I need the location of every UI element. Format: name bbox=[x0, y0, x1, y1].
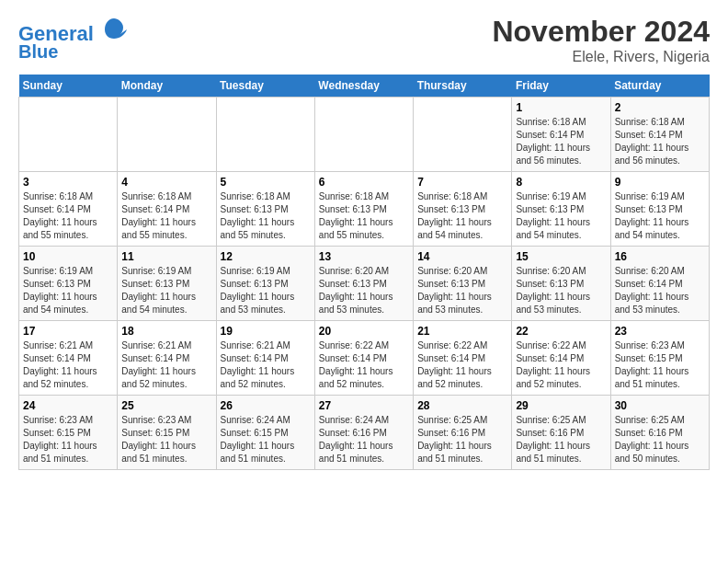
calendar-week-4: 17Sunrise: 6:21 AM Sunset: 6:14 PM Dayli… bbox=[19, 321, 710, 396]
day-info: Sunrise: 6:19 AM Sunset: 6:13 PM Dayligh… bbox=[23, 265, 113, 316]
day-info: Sunrise: 6:25 AM Sunset: 6:16 PM Dayligh… bbox=[615, 414, 705, 465]
day-info: Sunrise: 6:20 AM Sunset: 6:13 PM Dayligh… bbox=[516, 265, 606, 316]
calendar-table: SundayMondayTuesdayWednesdayThursdayFrid… bbox=[18, 75, 710, 470]
calendar-cell: 12Sunrise: 6:19 AM Sunset: 6:13 PM Dayli… bbox=[216, 247, 314, 321]
day-info: Sunrise: 6:19 AM Sunset: 6:13 PM Dayligh… bbox=[516, 190, 606, 242]
calendar-cell: 25Sunrise: 6:23 AM Sunset: 6:15 PM Dayli… bbox=[118, 396, 216, 470]
calendar-cell: 19Sunrise: 6:21 AM Sunset: 6:14 PM Dayli… bbox=[216, 321, 314, 396]
day-info: Sunrise: 6:18 AM Sunset: 6:13 PM Dayligh… bbox=[417, 190, 507, 242]
day-info: Sunrise: 6:20 AM Sunset: 6:13 PM Dayligh… bbox=[417, 265, 507, 316]
day-number: 19 bbox=[221, 325, 311, 338]
col-header-sunday: Sunday bbox=[19, 75, 118, 98]
main-title: November 2024 bbox=[492, 15, 710, 49]
day-number: 1 bbox=[516, 101, 606, 114]
day-info: Sunrise: 6:25 AM Sunset: 6:16 PM Dayligh… bbox=[417, 414, 507, 465]
calendar-cell: 3Sunrise: 6:18 AM Sunset: 6:14 PM Daylig… bbox=[19, 172, 118, 247]
col-header-thursday: Thursday bbox=[414, 75, 512, 98]
calendar-cell: 4Sunrise: 6:18 AM Sunset: 6:14 PM Daylig… bbox=[118, 172, 216, 247]
day-info: Sunrise: 6:23 AM Sunset: 6:15 PM Dayligh… bbox=[121, 414, 211, 465]
day-info: Sunrise: 6:18 AM Sunset: 6:14 PM Dayligh… bbox=[615, 116, 705, 167]
calendar-cell: 29Sunrise: 6:25 AM Sunset: 6:16 PM Dayli… bbox=[512, 396, 610, 470]
calendar-cell: 30Sunrise: 6:25 AM Sunset: 6:16 PM Dayli… bbox=[610, 396, 709, 470]
calendar-cell bbox=[414, 98, 512, 172]
day-number: 6 bbox=[319, 176, 409, 189]
col-header-tuesday: Tuesday bbox=[216, 75, 314, 98]
calendar-cell: 1Sunrise: 6:18 AM Sunset: 6:14 PM Daylig… bbox=[512, 98, 610, 172]
logo: General Blue bbox=[18, 15, 127, 62]
calendar-cell: 18Sunrise: 6:21 AM Sunset: 6:14 PM Dayli… bbox=[118, 321, 216, 396]
day-info: Sunrise: 6:19 AM Sunset: 6:13 PM Dayligh… bbox=[615, 190, 705, 242]
day-info: Sunrise: 6:18 AM Sunset: 6:13 PM Dayligh… bbox=[221, 190, 311, 242]
calendar-cell: 14Sunrise: 6:20 AM Sunset: 6:13 PM Dayli… bbox=[414, 247, 512, 321]
calendar-cell: 27Sunrise: 6:24 AM Sunset: 6:16 PM Dayli… bbox=[314, 396, 413, 470]
day-info: Sunrise: 6:18 AM Sunset: 6:14 PM Dayligh… bbox=[516, 116, 606, 167]
calendar-cell: 5Sunrise: 6:18 AM Sunset: 6:13 PM Daylig… bbox=[216, 172, 314, 247]
day-number: 22 bbox=[516, 325, 606, 338]
day-number: 25 bbox=[121, 399, 211, 412]
day-number: 9 bbox=[615, 176, 705, 189]
calendar-cell bbox=[118, 98, 216, 172]
day-info: Sunrise: 6:20 AM Sunset: 6:13 PM Dayligh… bbox=[319, 265, 409, 316]
calendar-header-row: SundayMondayTuesdayWednesdayThursdayFrid… bbox=[19, 75, 710, 98]
day-info: Sunrise: 6:21 AM Sunset: 6:14 PM Dayligh… bbox=[121, 339, 211, 391]
day-number: 30 bbox=[615, 399, 705, 412]
day-info: Sunrise: 6:20 AM Sunset: 6:14 PM Dayligh… bbox=[615, 265, 705, 316]
day-number: 3 bbox=[23, 176, 113, 189]
day-number: 4 bbox=[121, 176, 211, 189]
calendar-cell: 23Sunrise: 6:23 AM Sunset: 6:15 PM Dayli… bbox=[610, 321, 709, 396]
day-number: 7 bbox=[417, 176, 507, 189]
calendar-cell: 11Sunrise: 6:19 AM Sunset: 6:13 PM Dayli… bbox=[118, 247, 216, 321]
calendar-cell: 22Sunrise: 6:22 AM Sunset: 6:14 PM Dayli… bbox=[512, 321, 610, 396]
day-number: 24 bbox=[23, 399, 113, 412]
calendar-cell: 24Sunrise: 6:23 AM Sunset: 6:15 PM Dayli… bbox=[19, 396, 118, 470]
calendar-week-3: 10Sunrise: 6:19 AM Sunset: 6:13 PM Dayli… bbox=[19, 247, 710, 321]
day-info: Sunrise: 6:18 AM Sunset: 6:14 PM Dayligh… bbox=[23, 190, 113, 242]
calendar-cell bbox=[314, 98, 413, 172]
day-number: 11 bbox=[121, 250, 211, 263]
calendar-cell: 17Sunrise: 6:21 AM Sunset: 6:14 PM Dayli… bbox=[19, 321, 118, 396]
day-info: Sunrise: 6:24 AM Sunset: 6:16 PM Dayligh… bbox=[319, 414, 409, 465]
day-number: 21 bbox=[417, 325, 507, 338]
day-info: Sunrise: 6:21 AM Sunset: 6:14 PM Dayligh… bbox=[221, 339, 311, 391]
calendar-cell: 21Sunrise: 6:22 AM Sunset: 6:14 PM Dayli… bbox=[414, 321, 512, 396]
day-info: Sunrise: 6:23 AM Sunset: 6:15 PM Dayligh… bbox=[23, 414, 113, 465]
calendar-cell: 20Sunrise: 6:22 AM Sunset: 6:14 PM Dayli… bbox=[314, 321, 413, 396]
day-number: 18 bbox=[121, 325, 211, 338]
day-number: 2 bbox=[615, 101, 705, 114]
calendar-cell: 9Sunrise: 6:19 AM Sunset: 6:13 PM Daylig… bbox=[610, 172, 709, 247]
header: General Blue November 2024 Elele, Rivers… bbox=[18, 15, 710, 65]
calendar-cell: 28Sunrise: 6:25 AM Sunset: 6:16 PM Dayli… bbox=[414, 396, 512, 470]
calendar-cell: 7Sunrise: 6:18 AM Sunset: 6:13 PM Daylig… bbox=[414, 172, 512, 247]
day-number: 28 bbox=[417, 399, 507, 412]
day-info: Sunrise: 6:25 AM Sunset: 6:16 PM Dayligh… bbox=[516, 414, 606, 465]
day-info: Sunrise: 6:23 AM Sunset: 6:15 PM Dayligh… bbox=[615, 339, 705, 391]
day-info: Sunrise: 6:22 AM Sunset: 6:14 PM Dayligh… bbox=[516, 339, 606, 391]
day-number: 14 bbox=[417, 250, 507, 263]
calendar-cell: 16Sunrise: 6:20 AM Sunset: 6:14 PM Dayli… bbox=[610, 247, 709, 321]
calendar-week-1: 1Sunrise: 6:18 AM Sunset: 6:14 PM Daylig… bbox=[19, 98, 710, 172]
day-info: Sunrise: 6:18 AM Sunset: 6:14 PM Dayligh… bbox=[121, 190, 211, 242]
day-number: 10 bbox=[23, 250, 113, 263]
col-header-monday: Monday bbox=[118, 75, 216, 98]
day-number: 17 bbox=[23, 325, 113, 338]
calendar-week-2: 3Sunrise: 6:18 AM Sunset: 6:14 PM Daylig… bbox=[19, 172, 710, 247]
day-info: Sunrise: 6:19 AM Sunset: 6:13 PM Dayligh… bbox=[121, 265, 211, 316]
calendar-cell: 8Sunrise: 6:19 AM Sunset: 6:13 PM Daylig… bbox=[512, 172, 610, 247]
day-number: 13 bbox=[319, 250, 409, 263]
calendar-cell: 6Sunrise: 6:18 AM Sunset: 6:13 PM Daylig… bbox=[314, 172, 413, 247]
calendar-week-5: 24Sunrise: 6:23 AM Sunset: 6:15 PM Dayli… bbox=[19, 396, 710, 470]
logo-bird-icon bbox=[101, 15, 127, 40]
calendar-cell bbox=[216, 98, 314, 172]
day-number: 8 bbox=[516, 176, 606, 189]
day-number: 15 bbox=[516, 250, 606, 263]
calendar-cell: 26Sunrise: 6:24 AM Sunset: 6:15 PM Dayli… bbox=[216, 396, 314, 470]
calendar-cell: 10Sunrise: 6:19 AM Sunset: 6:13 PM Dayli… bbox=[19, 247, 118, 321]
sub-title: Elele, Rivers, Nigeria bbox=[492, 49, 710, 65]
col-header-wednesday: Wednesday bbox=[314, 75, 413, 98]
day-number: 12 bbox=[221, 250, 311, 263]
calendar-cell: 15Sunrise: 6:20 AM Sunset: 6:13 PM Dayli… bbox=[512, 247, 610, 321]
col-header-saturday: Saturday bbox=[610, 75, 709, 98]
title-section: November 2024 Elele, Rivers, Nigeria bbox=[492, 15, 710, 65]
day-info: Sunrise: 6:22 AM Sunset: 6:14 PM Dayligh… bbox=[319, 339, 409, 391]
page: General Blue November 2024 Elele, Rivers… bbox=[0, 0, 728, 479]
